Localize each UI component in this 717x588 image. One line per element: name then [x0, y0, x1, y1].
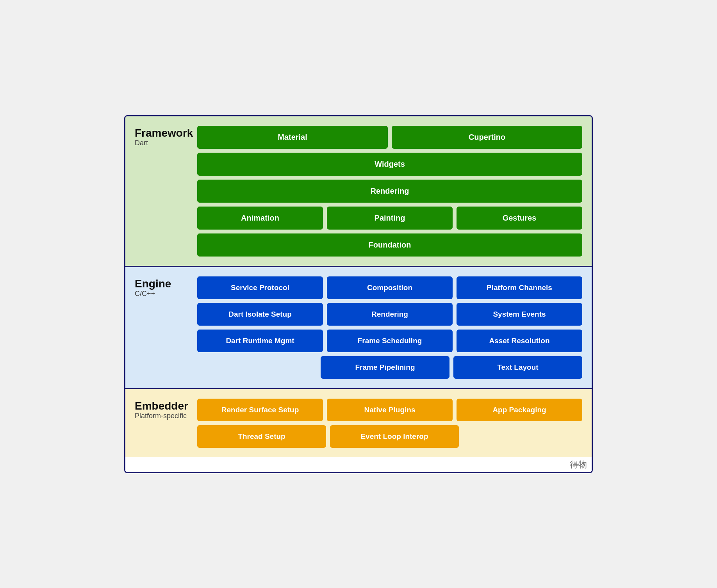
- native-plugins-button: Native Plugins: [327, 399, 453, 421]
- embedder-content: Render Surface SetupNative PluginsApp Pa…: [197, 399, 582, 448]
- embedder-title: Embedder: [135, 400, 197, 412]
- service-protocol-button: Service Protocol: [197, 276, 323, 299]
- embedder-label-col: Embedder Platform-specific: [135, 399, 197, 421]
- button-row: Widgets: [197, 153, 582, 176]
- composition-button: Composition: [327, 276, 453, 299]
- framework-title: Framework: [135, 127, 197, 139]
- framework-label-col: Framework Dart: [135, 126, 197, 148]
- app-packaging-button: App Packaging: [457, 399, 582, 421]
- rendering-button: Rendering: [327, 303, 453, 326]
- render-surface-setup-button: Render Surface Setup: [197, 399, 323, 421]
- button-row: Thread SetupEvent Loop Interop: [197, 425, 582, 448]
- watermark: 得物: [125, 457, 592, 472]
- dart-isolate-setup-button: Dart Isolate Setup: [197, 303, 323, 326]
- painting-button: Painting: [327, 207, 453, 230]
- button-row: Dart Runtime MgmtFrame SchedulingAsset R…: [197, 330, 582, 352]
- frame-scheduling-button: Frame Scheduling: [327, 330, 453, 352]
- button-row: Rendering: [197, 180, 582, 203]
- engine-content: Service ProtocolCompositionPlatform Chan…: [197, 276, 582, 379]
- button-row: MaterialCupertino: [197, 126, 582, 149]
- animation-button: Animation: [197, 207, 323, 230]
- asset-resolution-button: Asset Resolution: [457, 330, 582, 352]
- gestures-button: Gestures: [457, 207, 582, 230]
- material-button: Material: [197, 126, 388, 149]
- embedder-subtitle: Platform-specific: [135, 412, 197, 420]
- foundation-button: Foundation: [197, 233, 582, 257]
- cupertino-button: Cupertino: [392, 126, 582, 149]
- rendering-button: Rendering: [197, 180, 582, 203]
- button-row: Frame PipeliningText Layout: [197, 356, 582, 379]
- diagram-container: Framework Dart MaterialCupertinoWidgetsR…: [124, 115, 593, 473]
- thread-setup-button: Thread Setup: [197, 425, 326, 448]
- platform-channels-button: Platform Channels: [457, 276, 582, 299]
- dart-runtime-mgmt-button: Dart Runtime Mgmt: [197, 330, 323, 352]
- engine-subtitle: C/C++: [135, 290, 197, 298]
- event-loop-interop-button: Event Loop Interop: [330, 425, 459, 448]
- widgets-button: Widgets: [197, 153, 582, 176]
- button-row: AnimationPaintingGestures: [197, 207, 582, 230]
- frame-pipelining-button: Frame Pipelining: [321, 356, 449, 379]
- engine-title: Engine: [135, 278, 197, 290]
- spacer: [463, 425, 582, 448]
- button-row: Render Surface SetupNative PluginsApp Pa…: [197, 399, 582, 421]
- framework-subtitle: Dart: [135, 139, 197, 147]
- framework-section: Framework Dart MaterialCupertinoWidgetsR…: [125, 116, 592, 267]
- system-events-button: System Events: [457, 303, 582, 326]
- embedder-section: Embedder Platform-specific Render Surfac…: [125, 389, 592, 457]
- engine-section: Engine C/C++ Service ProtocolComposition…: [125, 267, 592, 389]
- framework-content: MaterialCupertinoWidgetsRenderingAnimati…: [197, 126, 582, 257]
- button-row: Service ProtocolCompositionPlatform Chan…: [197, 276, 582, 299]
- spacer: [197, 356, 317, 379]
- button-row: Dart Isolate SetupRenderingSystem Events: [197, 303, 582, 326]
- button-row: Foundation: [197, 233, 582, 257]
- engine-label-col: Engine C/C++: [135, 276, 197, 298]
- text-layout-button: Text Layout: [453, 356, 582, 379]
